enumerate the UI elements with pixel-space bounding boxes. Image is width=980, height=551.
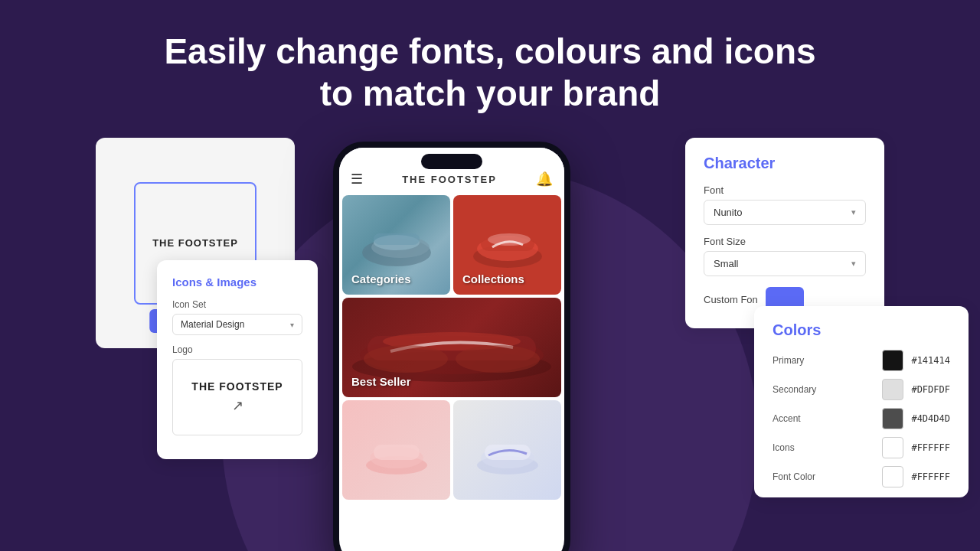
font-dropdown-arrow: ▾	[851, 207, 856, 217]
headline-line2: to match your brand	[320, 73, 661, 113]
phone-grid: Categories	[339, 195, 564, 500]
secondary-label: Secondary	[773, 384, 874, 395]
font-color-swatch[interactable]	[882, 466, 903, 487]
svg-point-12	[364, 345, 448, 373]
accent-swatch[interactable]	[882, 408, 903, 429]
left-section: THE FOOTSTEP Upload Logo Icons & Images …	[96, 138, 310, 520]
icons-swatch[interactable]	[882, 437, 903, 458]
chevron-down-icon: ▾	[290, 321, 294, 329]
icon-set-label: Icon Set	[172, 299, 302, 310]
font-size-value: Small	[714, 258, 739, 269]
color-row-icons: Icons #FFFFFF	[773, 437, 950, 458]
font-label: Font	[704, 184, 866, 196]
collections-label: Collections	[462, 272, 524, 285]
primary-swatch[interactable]	[882, 350, 903, 371]
grid-item-white-blue[interactable]	[453, 400, 561, 500]
main-content: THE FOOTSTEP Upload Logo Icons & Images …	[0, 138, 980, 551]
custom-font-label: Custom Fon	[704, 294, 758, 305]
font-value: Nunito	[714, 207, 743, 218]
colors-list: Primary #141414 Secondary #DFDFDF Accent…	[773, 350, 950, 487]
bestseller-label: Best Seller	[351, 375, 411, 388]
grid-item-categories[interactable]: Categories	[342, 195, 450, 295]
logo-label: Logo	[172, 344, 302, 355]
character-card: Character Font Nunito ▾ Font Size Small …	[685, 138, 884, 328]
font-size-dropdown[interactable]: Small ▾	[704, 251, 866, 276]
shoe-illustration-red	[469, 218, 546, 272]
logo-text: THE FOOTSTEP	[152, 237, 238, 249]
logo-preview-area: THE FOOTSTEP ↗	[172, 359, 302, 435]
headline: Easily change fonts, colours and icons t…	[15, 31, 965, 115]
icons-color-label: Icons	[773, 442, 874, 453]
pink-bg	[342, 400, 450, 500]
categories-label: Categories	[351, 272, 411, 285]
icons-hex: #FFFFFF	[911, 442, 950, 453]
accent-label: Accent	[773, 413, 874, 424]
font-dropdown[interactable]: Nunito ▾	[704, 200, 866, 225]
phone-mockup: ☰ THE FOOTSTEP 🔔	[333, 142, 570, 551]
font-color-label: Font Color	[773, 471, 874, 482]
svg-rect-3	[374, 233, 420, 245]
font-size-dropdown-arrow: ▾	[851, 259, 856, 269]
font-field-group: Font Nunito ▾	[704, 184, 866, 225]
colors-title: Colors	[773, 321, 950, 339]
accent-hex: #4D4D4D	[911, 413, 950, 424]
grid-item-bestseller[interactable]: Best Seller	[342, 298, 561, 397]
font-size-label: Font Size	[704, 236, 866, 247]
header-section: Easily change fonts, colours and icons t…	[0, 0, 980, 130]
svg-point-7	[488, 233, 531, 246]
color-row-secondary: Secondary #DFDFDF	[773, 379, 950, 400]
white-blue-bg	[453, 400, 561, 500]
icons-images-title: Icons & Images	[172, 276, 302, 289]
color-row-font: Font Color #FFFFFF	[773, 466, 950, 487]
phone-screen: ☰ THE FOOTSTEP 🔔	[339, 148, 564, 551]
shoe-pink-svg	[358, 423, 435, 477]
shoe-white-blue-svg	[469, 423, 546, 477]
primary-hex: #141414	[911, 355, 950, 366]
phone-notch	[421, 154, 482, 169]
secondary-hex: #DFDFDF	[911, 384, 950, 395]
right-section: Character Font Nunito ▾ Font Size Small …	[593, 138, 884, 520]
color-row-primary: Primary #141414	[773, 350, 950, 371]
bell-icon[interactable]: 🔔	[536, 171, 553, 187]
font-color-hex: #FFFFFF	[911, 471, 950, 482]
icons-images-card: Icons & Images Icon Set Material Design …	[157, 260, 318, 459]
headline-line1: Easily change fonts, colours and icons	[164, 31, 815, 71]
svg-point-13	[456, 345, 540, 373]
svg-rect-16	[374, 445, 420, 460]
secondary-swatch[interactable]	[882, 379, 903, 400]
grid-item-collections[interactable]: Collections	[453, 195, 561, 295]
character-title: Character	[704, 155, 866, 172]
cursor-icon: ↗	[232, 397, 243, 414]
icon-set-value: Material Design	[181, 319, 244, 330]
icon-set-select[interactable]: Material Design ▾	[172, 314, 302, 335]
grid-item-pink[interactable]	[342, 400, 450, 500]
phone-brand-name: THE FOOTSTEP	[402, 174, 497, 185]
logo-preview-text: THE FOOTSTEP	[191, 380, 283, 393]
primary-label: Primary	[773, 355, 874, 366]
hamburger-icon[interactable]: ☰	[351, 171, 363, 187]
phone-frame: ☰ THE FOOTSTEP 🔔	[333, 142, 570, 551]
shoe-illustration	[358, 218, 435, 272]
colors-card: Colors Primary #141414 Secondary #DFDFDF…	[754, 306, 969, 497]
color-row-accent: Accent #4D4D4D	[773, 408, 950, 429]
font-size-field-group: Font Size Small ▾	[704, 236, 866, 276]
